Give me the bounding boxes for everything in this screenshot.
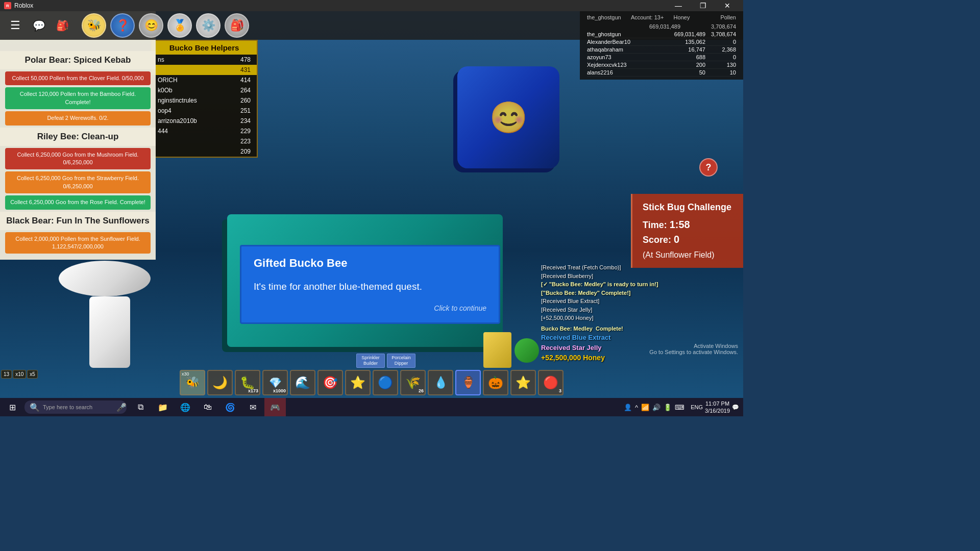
player-pollen: 3,708,674 <box>711 23 736 30</box>
taskview-button[interactable]: ⧉ <box>130 398 151 416</box>
helpers-title: Bucko Bee Helpers <box>152 41 257 55</box>
inventory-slot-7[interactable]: 🔵 <box>373 370 398 395</box>
helpers-row-9: 223 <box>152 136 257 146</box>
start-button[interactable]: ⊞ <box>0 398 24 416</box>
account-cols: 669,031,489 3,708,674 <box>587 23 736 30</box>
character-face: 😊 <box>489 99 528 136</box>
tray-person-icon: 👤 <box>624 404 632 411</box>
lb-name-5: Xejderxxcvk123 <box>587 62 659 68</box>
helpers-row-1: ns478 <box>152 55 257 65</box>
green-item <box>514 338 539 363</box>
quest-section-riley-bee: Riley Bee: Clean-up <box>0 128 156 146</box>
slot-2-badge: x173 <box>248 388 258 393</box>
quest-section-polar-bear: Polar Bear: Spiced Kebab <box>0 51 156 69</box>
dialog-text: It's time for another blue-themed quest. <box>254 280 486 294</box>
dialog-box[interactable]: Gifted Bucko Bee It's time for another b… <box>240 245 500 324</box>
tray-up-arrow[interactable]: ^ <box>635 404 638 411</box>
chat-line-6: [Received Star Jelly] <box>541 306 741 314</box>
leaderboard: the_ghostgun 669,031,489 3,708,674Alexan… <box>587 31 736 77</box>
lb-name-3: athaqabraham <box>587 46 659 53</box>
taskbar-right: 👤 ^ 📶 🔊 🔋 ⌨ ENG 11:07 PM 3/16/2019 💬 <box>620 400 743 415</box>
dialog-continue-button[interactable]: Click to continue <box>254 304 486 312</box>
inventory-slot-9[interactable]: 🎃 <box>483 370 508 395</box>
stick-bug-time: Time: 1:58 <box>643 219 733 231</box>
leaderboard-row-5: Xejderxxcvk123 200 130 <box>587 61 736 69</box>
toolbar-gear-icon[interactable]: ⚙️ <box>196 13 220 38</box>
taskbar-folder[interactable]: 📁 <box>152 398 174 416</box>
inventory-slot-3[interactable]: 💎 x1000 <box>262 370 288 395</box>
taskbar-icons: ⧉ 📁 🌐 🛍 🌀 ✉ 🎮 <box>130 398 286 416</box>
toolbar-medal-icon[interactable]: 🏅 <box>167 13 192 38</box>
toolbar-face-icon[interactable]: 😊 <box>139 13 163 38</box>
account-level: Account: 13+ <box>631 14 664 20</box>
notification-icon[interactable]: 💬 <box>732 404 739 411</box>
helpers-row-5: nginstinctrules260 <box>152 95 257 106</box>
pollen-label: Pollen <box>720 14 736 20</box>
chat-icon[interactable]: 💬 <box>30 16 48 35</box>
inventory-slot-11[interactable]: 🔴 3 <box>538 370 564 395</box>
leaderboard-row-2: AlexanderBear10 135,062 0 <box>587 38 736 46</box>
lb-pollen-2: 0 <box>705 39 736 45</box>
chat-line-5: [Received Blue Extract] <box>541 297 741 306</box>
leaderboard-row-1: the_ghostgun 669,031,489 3,708,674 <box>587 31 736 38</box>
helpers-row-4: k0Ob264 <box>152 85 257 95</box>
porcelain-dipper-label: PorcelainDipper <box>387 354 415 368</box>
lb-name-6: alans2216 <box>587 69 659 76</box>
taskbar-store[interactable]: 🛍 <box>197 398 218 416</box>
taskbar-chrome[interactable]: 🌀 <box>219 398 241 416</box>
taskbar-roblox[interactable]: 🎮 <box>264 398 286 416</box>
bag-icon[interactable]: 🎒 <box>53 16 71 35</box>
character-body: 😊 <box>457 66 559 168</box>
quest-item-4: Collect 6,250,000 Goo from the Mushroom … <box>5 148 151 170</box>
slot-11-badge: 3 <box>559 388 561 393</box>
inventory-slot-2[interactable]: 🐛 x173 <box>235 370 260 395</box>
toolbar-bee-icon[interactable]: 🐝 <box>82 13 106 38</box>
inventory-slot-1[interactable]: 🌙 <box>207 370 233 395</box>
quest-panel: Polar Bear: Spiced Kebab Collect 50,000 … <box>0 11 156 260</box>
maximize-button[interactable]: ❐ <box>691 0 715 11</box>
inventory-slot-sprinkler[interactable]: 💧 <box>428 370 453 395</box>
taskbar-search[interactable]: 🔍 🎤 <box>24 400 127 414</box>
lb-pollen-1: 3,708,674 <box>705 31 736 37</box>
lb-honey-6: 50 <box>659 69 705 76</box>
helpers-row-7: arrizona2010b234 <box>152 116 257 126</box>
inventory-slot-5[interactable]: 🎯 <box>317 370 343 395</box>
app-title: Roblox <box>14 2 33 9</box>
helpers-panel: Bucko Bee Helpers ns478 431 ORICH414 k0O… <box>151 40 258 158</box>
chat-line-3: [✓ "Bucko Bee: Medley" is ready to turn … <box>541 280 741 289</box>
search-input[interactable] <box>43 404 113 410</box>
inventory-slot-porcelain[interactable]: 🏺 <box>455 370 481 395</box>
lb-honey-4: 688 <box>659 54 705 60</box>
lb-honey-2: 135,062 <box>659 39 705 45</box>
toolbar-bag-icon[interactable]: 🎒 <box>225 13 249 38</box>
stat-x5: x5 <box>27 370 38 379</box>
tray-battery-icon: 🔋 <box>664 404 672 411</box>
taskbar-edge[interactable]: 🌐 <box>175 398 196 416</box>
chat-line-2: [Received Blueberry] <box>541 272 741 281</box>
slot-8-badge: 26 <box>419 388 424 393</box>
quest-item-5: Collect 6,250,000 Goo from the Strawberr… <box>5 171 151 193</box>
inventory-bee-slot[interactable]: 🐝 x30 <box>180 370 205 395</box>
inventory-slot-8[interactable]: 🌾 26 <box>400 370 426 395</box>
stick-bug-panel: Stick Bug Challenge Time: 1:58 Score: 0 … <box>631 194 743 268</box>
toolbar-question-icon[interactable]: ❓ <box>110 13 135 38</box>
activate-windows-notice: Activate Windows Go to Settings to activ… <box>649 343 738 355</box>
app-icon: R <box>4 2 11 9</box>
lb-name-1: the_ghostgun <box>587 31 659 37</box>
quest-item-6: Collect 6,250,000 Goo from the Rose Fiel… <box>5 195 151 209</box>
white-structure <box>59 256 161 368</box>
system-tray-icons: 👤 ^ 📶 🔊 🔋 ⌨ <box>620 404 689 411</box>
player-honey: 669,031,489 <box>649 23 680 30</box>
leaderboard-row-6: alans2216 50 10 <box>587 69 736 77</box>
help-button[interactable]: ? <box>699 158 718 177</box>
close-button[interactable]: ✕ <box>716 0 739 11</box>
inventory-slot-6[interactable]: ⭐ <box>345 370 371 395</box>
activate-subtitle: Go to Settings to activate Windows. <box>649 349 738 355</box>
menu-icon[interactable]: ☰ <box>6 16 24 35</box>
quest-section-black-bear: Black Bear: Fun In The Sunflowers <box>0 212 156 230</box>
taskbar-mail[interactable]: ✉ <box>242 398 263 416</box>
inventory-slot-4[interactable]: 🌊 <box>290 370 315 395</box>
search-icon: 🔍 <box>30 403 40 412</box>
inventory-slot-10[interactable]: ⭐ <box>510 370 536 395</box>
minimize-button[interactable]: — <box>667 0 690 11</box>
